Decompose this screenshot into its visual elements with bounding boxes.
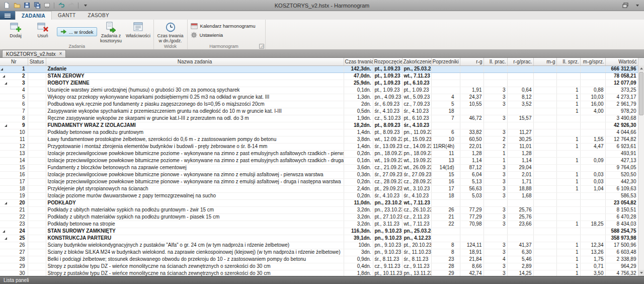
cell-poprz[interactable]: 16 bbox=[431, 178, 460, 185]
cell-name[interactable]: PODKŁADY bbox=[46, 199, 344, 206]
cell-rg[interactable] bbox=[460, 65, 484, 73]
cell-rg_prac[interactable]: 30,25 bbox=[507, 136, 533, 143]
cell-rg[interactable]: 87,12 bbox=[460, 164, 484, 171]
cell-wartosc[interactable]: 6 470,28 bbox=[605, 214, 638, 221]
cell-status[interactable] bbox=[28, 185, 46, 192]
cell-start[interactable]: pt., 3.11.23 bbox=[373, 221, 402, 228]
task-row-29[interactable]: 29Stropy z pustaków typu DZ - wieńce mon… bbox=[0, 263, 638, 270]
cell-wartosc[interactable]: 17 500,96 bbox=[605, 242, 638, 249]
cell-mg_sprz[interactable]: 0,09 bbox=[580, 157, 605, 164]
cell-il_sprz[interactable] bbox=[556, 164, 580, 171]
cell-rg[interactable]: 33,82 bbox=[460, 129, 484, 136]
cell-nr[interactable]: 1 bbox=[0, 65, 28, 73]
cell-end[interactable]: śr., 27.09.23 bbox=[402, 171, 431, 178]
task-row-28[interactable]: 28Belki i podciągi żelbetowe; stosunek d… bbox=[0, 256, 638, 263]
cell-czas[interactable]: 3,2dn. bbox=[344, 206, 373, 214]
cell-status[interactable] bbox=[28, 157, 46, 164]
cell-czas[interactable]: 0,3dn. bbox=[344, 171, 373, 178]
cell-end[interactable]: cz., 2.11.23 bbox=[402, 214, 431, 221]
cell-end[interactable]: pt., 1.09.23 bbox=[402, 87, 431, 94]
cell-poprz[interactable] bbox=[431, 65, 460, 73]
task-row-16[interactable]: 16Izolacje przeciwwilgociowe powłokowe b… bbox=[0, 171, 638, 178]
cell-poprz[interactable]: 17 bbox=[431, 185, 460, 192]
cell-status[interactable] bbox=[28, 235, 46, 242]
cell-nr[interactable]: 23 bbox=[0, 221, 28, 228]
cell-il_sprz[interactable] bbox=[556, 235, 580, 242]
cell-mg_sprz[interactable] bbox=[580, 206, 605, 214]
cell-wartosc[interactable]: 427,13 bbox=[605, 157, 638, 164]
cell-name[interactable]: ROBOTY ZIEMNE bbox=[46, 80, 344, 87]
qat-customize-button[interactable] bbox=[81, 1, 90, 10]
cell-il_sprz[interactable] bbox=[556, 65, 580, 73]
cell-nr[interactable]: 15 bbox=[0, 164, 28, 171]
cell-nr[interactable]: 16 bbox=[0, 171, 28, 178]
column-header-mg[interactable]: m-g bbox=[533, 58, 556, 65]
cell-start[interactable]: pn., 4.09.23 bbox=[373, 94, 402, 101]
column-header-nr[interactable]: Nr bbox=[0, 58, 28, 65]
cell-rg[interactable]: 60,50 bbox=[460, 136, 484, 143]
cell-wartosc[interactable]: 6 923,61 bbox=[605, 143, 638, 150]
cell-end[interactable]: śr., 4.10.23 bbox=[402, 192, 431, 199]
cell-wartosc[interactable]: 588 254,75 bbox=[605, 228, 638, 235]
cell-name[interactable]: Ściany budynków wielokondygnacyjnych z p… bbox=[46, 242, 344, 249]
cell-rg_prac[interactable]: 5,46 bbox=[507, 256, 533, 263]
cell-il_prac[interactable]: 3 bbox=[484, 94, 507, 101]
cell-wartosc[interactable]: 4 273,17 bbox=[605, 94, 638, 101]
cell-rg_prac[interactable]: 29,04 bbox=[507, 164, 533, 171]
cell-rg_prac[interactable]: 23,66 bbox=[507, 221, 533, 228]
task-row-26[interactable]: 26Ściany budynków wielokondygnacyjnych z… bbox=[0, 242, 638, 249]
cell-wartosc[interactable]: 520,50 bbox=[605, 171, 638, 178]
cell-czas[interactable]: 2,4dn. bbox=[344, 185, 373, 192]
cell-status[interactable] bbox=[28, 192, 46, 199]
cell-il_prac[interactable] bbox=[484, 122, 507, 129]
cell-il_prac[interactable] bbox=[484, 235, 507, 242]
cell-rg[interactable] bbox=[460, 235, 484, 242]
cell-wartosc[interactable]: 4 044,66 bbox=[605, 129, 638, 136]
cell-il_prac[interactable]: 3 bbox=[484, 214, 507, 221]
cell-mg[interactable] bbox=[533, 171, 556, 178]
cell-mg[interactable] bbox=[533, 270, 556, 276]
cell-poprz[interactable]: 18 bbox=[431, 108, 460, 115]
cell-poprz[interactable]: 22 bbox=[431, 221, 460, 228]
cell-status[interactable] bbox=[28, 101, 46, 108]
cell-mg_sprz[interactable] bbox=[580, 228, 605, 235]
cell-wartosc[interactable]: 8 434,03 bbox=[605, 221, 638, 228]
task-row-14[interactable]: 14Izolacje przeciwwilgociowe powłokowe b… bbox=[0, 157, 638, 164]
cell-poprz[interactable]: 29 bbox=[431, 270, 460, 276]
cell-nr[interactable]: 25 bbox=[0, 235, 28, 242]
cell-mg[interactable] bbox=[533, 108, 556, 115]
cell-status[interactable] bbox=[28, 221, 46, 228]
cell-rg_prac[interactable]: 1,28 bbox=[507, 150, 533, 157]
cell-status[interactable] bbox=[28, 94, 46, 101]
cell-czas[interactable]: 1,9dn. bbox=[344, 115, 373, 122]
cell-mg_sprz[interactable]: 0,88 bbox=[580, 87, 605, 94]
cell-end[interactable]: pt., 20.10.23 bbox=[402, 242, 431, 249]
cell-mg_sprz[interactable] bbox=[580, 235, 605, 242]
open-file-button[interactable] bbox=[13, 1, 21, 10]
cell-end[interactable]: wt., 7.11.23 bbox=[402, 221, 431, 228]
cell-status[interactable] bbox=[28, 143, 46, 150]
cell-rg[interactable]: 77,29 bbox=[460, 214, 484, 221]
cell-nr[interactable]: 3 bbox=[0, 80, 28, 87]
cell-wartosc[interactable]: 8 150,51 bbox=[605, 206, 638, 214]
cell-rg_prac[interactable]: 1,68 bbox=[507, 192, 533, 199]
cell-end[interactable]: pn., 13.11.23 bbox=[402, 270, 431, 276]
task-row-20[interactable]: 20PODKŁADY11,0dn.pn., 23.10.23wt., 7.11.… bbox=[0, 199, 638, 206]
cell-mg[interactable] bbox=[533, 199, 556, 206]
tab-gantt[interactable]: GANTT bbox=[52, 11, 82, 20]
cell-status[interactable] bbox=[28, 263, 46, 270]
cell-rg[interactable]: 6,04 bbox=[460, 171, 484, 178]
cell-name[interactable]: Usunięcie warstwy ziemi urodzajnej (humu… bbox=[46, 87, 344, 94]
cell-nr[interactable]: 5 bbox=[0, 94, 28, 101]
cell-czas[interactable]: 116,3dn. bbox=[344, 228, 373, 235]
column-header-poprz[interactable]: Poprzedniki bbox=[431, 58, 460, 65]
cell-mg_sprz[interactable] bbox=[580, 150, 605, 157]
cell-poprz[interactable]: 11RR(4h) bbox=[431, 143, 460, 150]
cell-end[interactable]: pt., 15.09.23 bbox=[402, 136, 431, 143]
cell-name[interactable]: Fundamenty z bloczków betonowych na zapr… bbox=[46, 164, 344, 171]
document-tab[interactable]: KOSZTORYS_v2.hstx × bbox=[2, 50, 66, 57]
cell-poprz[interactable]: 10 bbox=[431, 136, 460, 143]
cell-il_sprz[interactable]: 1 bbox=[556, 178, 580, 185]
cell-nr[interactable]: 10 bbox=[0, 129, 28, 136]
task-row-4[interactable]: 4Usunięcie warstwy ziemi urodzajnej (hum… bbox=[0, 87, 638, 94]
